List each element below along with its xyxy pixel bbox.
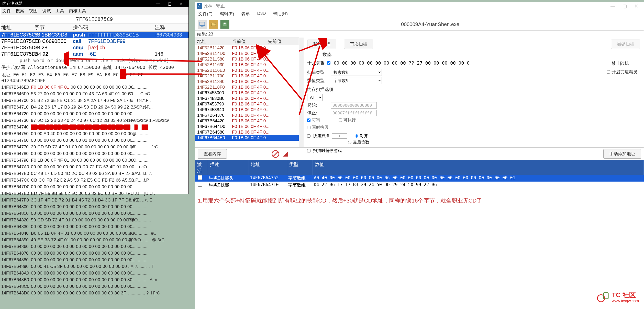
scan-results-list[interactable]: 14F52B11420F0 1B 06 0F 4F 0...14F52B114D… [195, 45, 299, 147]
scan-result-row[interactable]: 14F674530B0F0 1B 06 0F 4F 0... [195, 96, 299, 101]
ce-menu-item[interactable]: 帮助(H) [273, 11, 288, 17]
scan-result-row[interactable]: 14F52B11580F0 1B 06 0F 4F 0... [195, 56, 299, 62]
speedhack-checkbox[interactable] [607, 70, 610, 74]
disasm-list[interactable]: 7FF61EC875C968 1BBC39D8pushFFFFFFFFD839B… [0, 32, 188, 57]
left-menu-item[interactable]: 视图 [29, 8, 38, 14]
hex-row[interactable]: 14F67B6487000 00 00 00 00 00 00 00 00 00… [1, 250, 187, 257]
scan-result-row[interactable]: 14F67453840F0 1B 06 0F 4F 0... [195, 107, 299, 113]
current-address[interactable]: 7FF61EC875C9 [0, 15, 188, 23]
hex-row[interactable]: 14F67B6470021 B2 72 65 8B C1 21 38 3A 2A… [1, 97, 187, 104]
hex-row[interactable]: 14F67B646F053 27 00 00 00 00 00 00 F0 43… [1, 91, 187, 97]
ce-menu-item[interactable]: D3D [257, 11, 266, 17]
stop-icon[interactable] [272, 150, 279, 158]
scan-result-row[interactable]: 14F52B11630F0 1B 06 0F 4F 0... [195, 62, 299, 68]
select-process-button[interactable] [198, 20, 207, 29]
hex-row[interactable]: 14F67B648A000 00 00 00 00 00 00 00 00 00… [1, 270, 187, 277]
hex-row[interactable]: 14F67B6478000 00 00 00 00 00 00 00 00 00… [1, 150, 187, 157]
scan-result-row[interactable]: 14F52B11840F0 1B 06 0F 4F 0... [195, 79, 299, 85]
stop-address-input[interactable] [331, 110, 377, 116]
scan-result-row[interactable]: 14F67B64420F0 1B 06 0F 4F 0... [195, 118, 299, 124]
pause-game-checkbox[interactable] [307, 149, 310, 152]
open-file-button[interactable] [209, 20, 218, 29]
disasm-row[interactable]: 7FF61EC875C968 1BBC39D8pushFFFFFFFFD839B… [0, 32, 188, 38]
hex-row[interactable]: 14F67B6480000 00 00 00 00 00 00 00 00 00… [1, 204, 187, 210]
scan-result-row[interactable]: 14F52B116E0F0 1B 06 0F 4F 0... [195, 68, 299, 73]
hex-row[interactable]: 14F67B6475000 00 A0 40 00 00 00 00 00 00… [1, 130, 187, 137]
align-radio[interactable] [355, 134, 358, 138]
hex-row[interactable]: 14F67B6481000 00 00 00 00 00 00 00 00 00… [1, 210, 187, 217]
minimize-icon[interactable]: — [607, 3, 619, 9]
address-list[interactable]: 琳妮E技能头14F67B64752字节数组A0 40 00 00 00 00 0… [195, 175, 644, 188]
hex-row[interactable]: 14F67B64740██ ██ ██ ██ ██ ██ ██ ██ ██ ██… [1, 124, 187, 130]
ce-menu-item[interactable]: 表单 [241, 11, 250, 17]
scan-result-row[interactable]: 14F67B644D0F0 1B 06 0F 4F 0... [195, 124, 299, 129]
scan-value-input[interactable] [332, 59, 640, 67]
scan-result-row[interactable]: 14F67453000F0 1B 06 0F 4F 0... [195, 90, 299, 96]
hex-row[interactable]: 14F67B647C0CB CC FB F2 D2 A5 50 F2 E5 CC… [1, 177, 187, 184]
left-menu-item[interactable]: 文件 [2, 8, 11, 14]
hex-row[interactable]: 14F67B6476000 00 00 00 00 00 00 00 01 00… [1, 137, 187, 144]
executable-checkbox[interactable] [339, 118, 342, 122]
disasm-row[interactable]: 7FF61EC875D5D4 92aam-6E146 [0, 51, 188, 57]
hex-row[interactable]: 14F67B647A000 00 00 00 00 00 00 00 D0 72… [1, 164, 187, 170]
ce-menu-item[interactable]: 文件(F) [198, 11, 213, 17]
close-icon[interactable]: ✕ [175, 1, 186, 6]
preset-select[interactable]: All [307, 94, 323, 101]
alignment-input[interactable] [332, 133, 347, 139]
scan-result-row[interactable]: 14F67453790F0 1B 06 0F 4F 0... [195, 101, 299, 107]
hex-row[interactable]: 14F67B648D000 00 00 00 00 00 00 00 00 00… [1, 290, 187, 296]
new-scan-button[interactable]: 新的扫描 [307, 40, 336, 49]
undo-scan-button[interactable]: 撤销扫描 [611, 40, 640, 49]
hex-row[interactable]: 14F67B647F03C 1F 4F DB 72 01 B4 45 72 01… [1, 197, 187, 204]
scan-result-row[interactable]: 14F67B64370F0 1B 06 0F 4F 0... [195, 113, 299, 118]
maximize-icon[interactable]: ▢ [619, 3, 630, 9]
address-list-row[interactable]: 琳妮E技能头14F67B64752字节数组A0 40 00 00 00 00 0… [195, 175, 644, 182]
left-menu-item[interactable]: 工具 [55, 8, 64, 14]
scan-type-select[interactable]: 搜索数组 [331, 69, 382, 76]
scan-result-row[interactable]: 14F52B11790F0 1B 06 0F 4F 0... [195, 73, 299, 79]
close-icon[interactable]: ✕ [630, 3, 642, 9]
hex-row[interactable]: 14F67B646E0F0 1B 06 0F 4F 01 00 00 00 00… [1, 84, 187, 91]
hex-row[interactable]: 14F67B64790F0 1B 06 0F 4F 01 00 00 00 00… [1, 157, 187, 164]
fast-scan-checkbox[interactable] [307, 134, 310, 138]
scrollbar[interactable] [299, 38, 304, 147]
hex-row[interactable]: 14F67B6486000 00 00 00 00 00 00 00 00 00… [1, 243, 187, 250]
hex-row[interactable]: 14F67B6482050 CD 5D 72 4F 01 00 00 00 00… [1, 217, 187, 223]
scan-result-row[interactable]: 14F52B11420F0 1B 06 0F 4F 0... [195, 45, 299, 51]
maximize-icon[interactable]: ▢ [164, 1, 175, 6]
hex-dump[interactable]: 14F67B646E0F0 1B 06 0F 4F 01 00 00 00 00… [0, 84, 188, 296]
freeze-checkbox[interactable] [198, 175, 202, 180]
add-corner-icon[interactable] [282, 151, 288, 157]
left-menu-item[interactable]: 搜索 [16, 8, 24, 14]
hex-row[interactable]: 14F67B64710D4 22 B6 17 17 B3 29 24 50 DD… [1, 104, 187, 111]
scan-result-row[interactable]: 14F52B118F0F0 1B 06 0F 4F 0... [195, 85, 299, 90]
scan-result-row[interactable]: 14F52B114D0F0 1B 06 0F 4F 0... [195, 51, 299, 56]
freeze-checkbox[interactable] [198, 182, 202, 187]
next-scan-button[interactable]: 再次扫描 [344, 40, 373, 49]
hex-row[interactable]: 14F67B6489000 00 41 C5 3F 00 00 00 00 00… [1, 263, 187, 270]
hex-row[interactable]: 14F67B6488000 00 00 00 00 00 00 00 00 00… [1, 257, 187, 263]
hex-row[interactable]: 14F67B6477020 CD 5D 72 4F 01 00 00 00 00… [1, 144, 187, 150]
hex-row[interactable]: 14F67B648C000 00 00 00 00 00 00 00 00 00… [1, 283, 187, 290]
disable-random-checkbox[interactable] [607, 62, 610, 65]
cow-checkbox[interactable] [307, 126, 310, 129]
left-menu-item[interactable]: 调试 [42, 8, 51, 14]
left-menu-item[interactable]: 内核工具 [69, 8, 86, 14]
start-address-input[interactable] [331, 102, 377, 109]
hex-row[interactable]: 14F67B648B000 00 00 00 00 00 00 00 00 00… [1, 277, 187, 283]
ce-menu-item[interactable]: 编辑(E) [220, 11, 234, 17]
hex-checkbox[interactable] [327, 61, 330, 65]
disasm-row[interactable]: 7FF61EC875CEE8 C6690B00call7FF61ED3DF99 [0, 38, 188, 44]
ce-title-bar[interactable]: Ɛ 原神 · 守正 — ▢ ✕ [195, 2, 644, 10]
hex-row[interactable]: 14F67B6472000 00 00 00 00 00 00 00 00 00… [1, 111, 187, 117]
left-title-bar[interactable]: 内存浏览器 — ▢ ✕ [0, 0, 188, 7]
view-memory-button[interactable]: 查看内存 [198, 149, 227, 159]
writable-checkbox[interactable] [307, 118, 310, 122]
hex-row[interactable]: 14F67B6485040 EE 33 72 4F 01 00 00 00 00… [1, 237, 187, 243]
save-file-button[interactable] [220, 20, 229, 29]
hex-row[interactable]: 14F67B6483000 00 00 00 00 00 00 00 00 00… [1, 223, 187, 230]
disasm-row[interactable]: 7FF61EC875D338 28cmp[rax],ch [0, 44, 188, 51]
hex-row[interactable]: 14F67B647D000 00 00 00 00 00 00 00 00 00… [1, 184, 187, 190]
scan-result-row[interactable]: 14F67B64580F0 1B 06 0F 4F 0... [195, 129, 299, 135]
hex-row[interactable]: 14F67B6473097 6C 12 2B 33 40 24 40 97 6C… [1, 117, 187, 124]
